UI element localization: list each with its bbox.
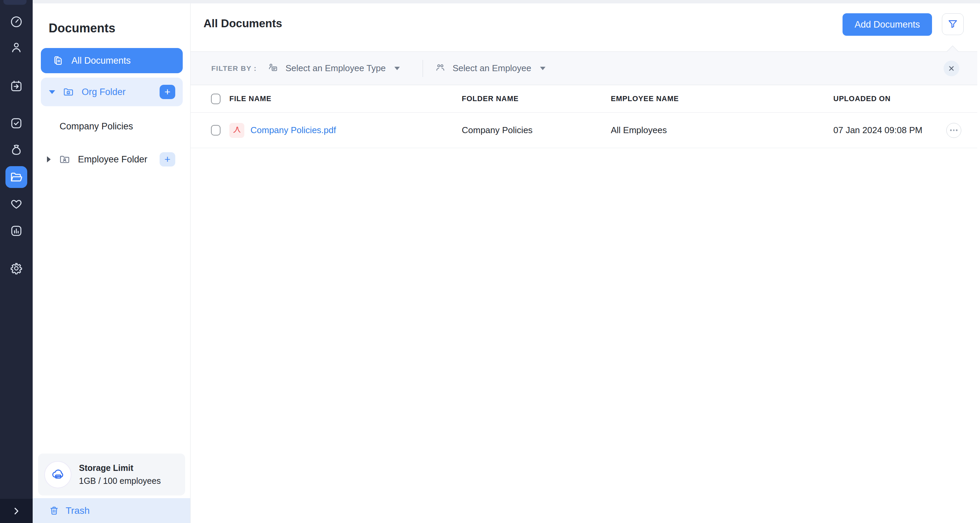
calendar-arrow-icon[interactable] xyxy=(0,75,33,97)
dashboard-icon[interactable] xyxy=(0,11,33,33)
expand-chevron-icon[interactable] xyxy=(0,499,33,523)
employee-type-select-value: Select an Employee Type xyxy=(285,63,385,73)
sidebar-item-trash[interactable]: Trash xyxy=(33,498,190,523)
pdf-file-icon xyxy=(229,123,244,138)
table-row: Company Policies.pdf Company Policies Al… xyxy=(191,113,977,148)
gear-icon[interactable] xyxy=(0,257,33,279)
clear-filters-button[interactable] xyxy=(943,61,959,76)
employee-folder-icon xyxy=(59,153,70,165)
add-org-folder-button[interactable]: + xyxy=(159,85,175,99)
select-all-checkbox[interactable] xyxy=(211,94,221,104)
row-checkbox[interactable] xyxy=(211,125,221,136)
sidebar-item-label: All Documents xyxy=(72,56,130,66)
file-name-link[interactable]: Company Policies.pdf xyxy=(250,125,336,136)
folder-name-cell: Company Policies xyxy=(462,113,533,148)
filter-popover-notch xyxy=(947,46,959,57)
documents-folder-icon[interactable] xyxy=(5,166,27,188)
page-title: All Documents xyxy=(204,17,282,30)
column-header-employee-name: EMPLOYEE NAME xyxy=(611,85,679,112)
column-header-file-name: FILE NAME xyxy=(229,85,272,112)
people-icon[interactable] xyxy=(0,37,33,59)
row-actions-button[interactable] xyxy=(946,123,961,138)
top-strip xyxy=(33,0,980,3)
documents-copy-icon xyxy=(52,55,64,66)
sidebar-item-label: Org Folder xyxy=(82,87,126,97)
sidebar-item-org-folder[interactable]: Org Folder + xyxy=(41,78,183,106)
employee-name-cell: All Employees xyxy=(611,113,667,148)
employee-type-select[interactable]: Select an Employee Type xyxy=(267,52,400,85)
main-content: All Documents Add Documents FILTER BY : … xyxy=(191,3,980,523)
sidebar-item-label: Employee Folder xyxy=(78,154,147,165)
filter-bar: FILTER BY : Select an Employee Type Sele… xyxy=(191,51,977,85)
sidebar-item-company-policies[interactable]: Company Policies xyxy=(60,118,133,134)
storage-limit-title: Storage Limit xyxy=(79,463,161,473)
filter-divider xyxy=(423,60,423,77)
employee-badge-icon xyxy=(267,62,279,75)
sidebar-item-employee-folder[interactable]: Employee Folder + xyxy=(41,150,183,169)
add-employee-folder-button[interactable]: + xyxy=(159,152,175,166)
funnel-icon xyxy=(947,18,959,30)
uploaded-on-cell: 07 Jan 2024 09:08 PM xyxy=(833,113,923,148)
storage-limit-value: 1GB / 100 employees xyxy=(79,476,161,486)
chevron-down-icon xyxy=(540,67,546,70)
filter-by-label: FILTER BY : xyxy=(211,52,256,85)
heart-icon[interactable] xyxy=(0,193,33,215)
check-square-icon[interactable] xyxy=(0,112,33,134)
bar-chart-icon[interactable] xyxy=(0,220,33,242)
org-folder-icon xyxy=(63,86,74,98)
sidebar-heading: Documents xyxy=(49,21,115,35)
column-header-folder-name: FOLDER NAME xyxy=(462,85,519,112)
table-header-row: FILE NAME FOLDER NAME EMPLOYEE NAME UPLO… xyxy=(191,85,977,113)
filter-toggle-button[interactable] xyxy=(942,13,964,35)
storage-limit-card: Storage Limit 1GB / 100 employees xyxy=(38,454,185,496)
column-header-uploaded-on: UPLOADED ON xyxy=(833,85,891,112)
add-documents-button[interactable]: Add Documents xyxy=(843,13,932,36)
employee-select-value: Select an Employee xyxy=(453,63,531,73)
employee-select[interactable]: Select an Employee xyxy=(434,52,546,85)
trash-label: Trash xyxy=(66,505,90,516)
two-people-icon xyxy=(434,62,447,75)
ellipsis-icon xyxy=(950,129,952,131)
chevron-right-icon[interactable] xyxy=(47,156,51,163)
app-rail xyxy=(0,0,33,523)
sidebar-item-all-documents[interactable]: All Documents xyxy=(41,48,183,73)
close-icon xyxy=(947,64,956,73)
cloud-storage-icon xyxy=(44,461,72,488)
chevron-down-icon xyxy=(395,67,400,70)
chevron-down-icon[interactable] xyxy=(49,90,55,94)
money-bag-icon[interactable] xyxy=(0,139,33,161)
documents-sidebar: Documents All Documents Org Folder + Com… xyxy=(33,3,191,523)
trash-icon xyxy=(49,505,60,516)
rail-logo-notch xyxy=(3,0,27,5)
app-window: Documents All Documents Org Folder + Com… xyxy=(0,0,980,523)
